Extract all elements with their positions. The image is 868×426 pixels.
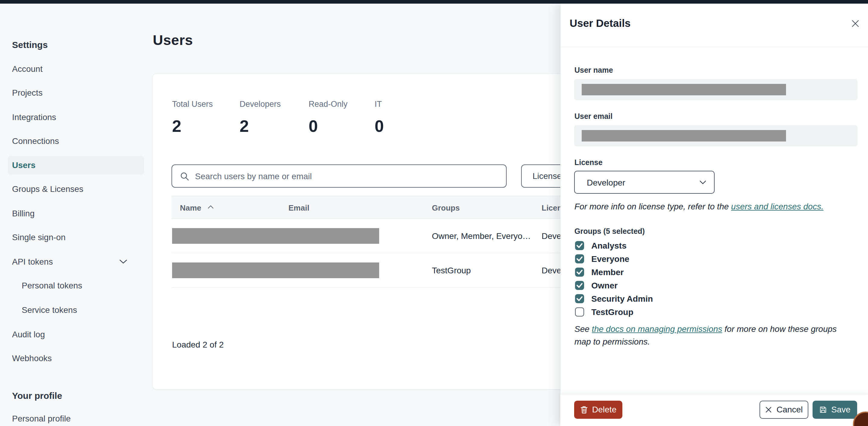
- permissions-note: See the docs on managing permissions for…: [575, 323, 855, 348]
- sidebar-item-service-tokens[interactable]: Service tokens: [22, 303, 77, 317]
- sidebar-item-billing[interactable]: Billing: [12, 207, 35, 221]
- sidebar-item-groups-licenses[interactable]: Groups & Licenses: [12, 182, 84, 196]
- sidebar-item-account[interactable]: Account: [12, 62, 42, 76]
- license-selected-value: Developer: [587, 178, 625, 188]
- checkbox-checked-icon[interactable]: [575, 281, 584, 290]
- group-option-label: Security Admin: [591, 294, 653, 304]
- sort-ascending-icon[interactable]: [207, 204, 214, 209]
- top-bar: [0, 0, 868, 4]
- chevron-down-icon[interactable]: [119, 259, 128, 264]
- sidebar-item-connections[interactable]: Connections: [12, 134, 59, 148]
- redacted-user-name: [582, 84, 786, 95]
- user-details-drawer: User Details User name User email Licens…: [560, 4, 868, 426]
- trash-icon: [580, 405, 588, 414]
- loaded-status: Loaded 2 of 2: [172, 340, 224, 350]
- user-name-label: User name: [575, 66, 613, 75]
- drawer-title: User Details: [569, 17, 630, 29]
- checkbox-checked-icon[interactable]: [575, 267, 584, 277]
- groups-label: Groups (5 selected): [575, 227, 645, 236]
- checkbox-checked-icon[interactable]: [575, 254, 584, 263]
- sidebar-item-personal-tokens[interactable]: Personal tokens: [22, 279, 82, 293]
- save-disk-icon: [819, 406, 827, 414]
- settings-sidebar: Settings Account Projects Integrations C…: [0, 4, 152, 426]
- group-option-label: TestGroup: [591, 307, 633, 317]
- license-select[interactable]: Developer: [574, 171, 715, 194]
- stat-it-value: 0: [375, 116, 384, 136]
- search-input[interactable]: Search users by name or email: [172, 164, 507, 188]
- checkbox-checked-icon[interactable]: [575, 294, 584, 303]
- sidebar-item-api-tokens[interactable]: API tokens: [12, 255, 53, 269]
- drawer-footer: Delete Cancel Save: [560, 394, 868, 426]
- group-option-label: Member: [591, 267, 624, 277]
- stat-total-users-label: Total Users: [172, 100, 213, 109]
- search-placeholder: Search users by name or email: [195, 172, 312, 181]
- redacted-name-email: [172, 228, 379, 244]
- sidebar-item-users[interactable]: Users: [12, 159, 36, 172]
- search-icon: [180, 172, 190, 181]
- group-option-label: Everyone: [591, 254, 629, 264]
- sidebar-item-personal-profile[interactable]: Personal profile: [12, 412, 71, 426]
- sidebar-item-audit-log[interactable]: Audit log: [12, 328, 45, 342]
- stat-developers-label: Developers: [240, 100, 281, 109]
- group-option-label: Owner: [591, 281, 618, 290]
- stat-developers-value: 2: [240, 116, 249, 136]
- stat-total-users-value: 2: [172, 116, 181, 136]
- close-icon: [765, 406, 772, 413]
- table-row[interactable]: Owner, Member, Everyo… Developer: [172, 219, 610, 253]
- sidebar-item-integrations[interactable]: Integrations: [12, 110, 56, 124]
- chevron-down-icon: [699, 180, 707, 185]
- sidebar-title: Settings: [12, 40, 48, 50]
- redacted-name-email: [172, 262, 379, 278]
- stat-it-label: IT: [375, 100, 382, 109]
- page-title: Users: [153, 32, 193, 48]
- row-groups-cell: Owner, Member, Everyo…: [432, 231, 540, 241]
- checkbox-unchecked-icon[interactable]: [575, 307, 584, 316]
- stat-read-only-label: Read-Only: [309, 100, 347, 109]
- delete-button[interactable]: Delete: [574, 401, 622, 419]
- sidebar-profile-title: Your profile: [12, 391, 62, 401]
- close-icon[interactable]: [850, 18, 861, 29]
- checkbox-checked-icon[interactable]: [575, 241, 584, 250]
- user-email-label: User email: [575, 112, 613, 121]
- license-label: License: [575, 158, 602, 167]
- column-header-email: Email: [288, 203, 309, 213]
- stat-read-only-value: 0: [309, 116, 318, 136]
- table-row[interactable]: TestGroup Developer: [172, 253, 610, 287]
- cancel-button[interactable]: Cancel: [760, 401, 808, 419]
- users-and-licenses-docs-link[interactable]: users and licenses docs.: [731, 202, 824, 211]
- license-note: For more info on license type, refer to …: [575, 200, 858, 213]
- column-header-groups: Groups: [432, 203, 460, 213]
- drawer-header-divider: [561, 47, 868, 47]
- redacted-user-email: [582, 130, 786, 142]
- user-email-field[interactable]: [574, 125, 858, 146]
- user-name-field[interactable]: [574, 79, 858, 100]
- managing-permissions-docs-link[interactable]: the docs on managing permissions: [592, 324, 722, 334]
- row-groups-cell: TestGroup: [432, 266, 540, 276]
- table-header-row: Name Email Groups License: [172, 196, 610, 219]
- save-button[interactable]: Save: [812, 401, 857, 419]
- sidebar-item-projects[interactable]: Projects: [12, 86, 42, 100]
- sidebar-item-webhooks[interactable]: Webhooks: [12, 351, 52, 365]
- sidebar-item-single-sign-on[interactable]: Single sign-on: [12, 230, 65, 245]
- group-option-label: Analysts: [591, 241, 627, 251]
- column-header-name[interactable]: Name: [180, 203, 201, 213]
